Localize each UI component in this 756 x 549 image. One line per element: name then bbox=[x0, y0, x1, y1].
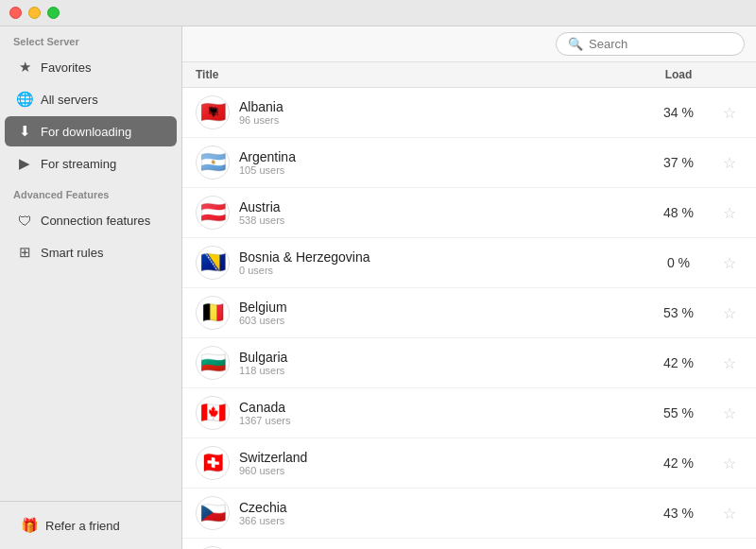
flag-icon: 🇦🇱 bbox=[196, 95, 230, 129]
server-users: 538 users bbox=[239, 214, 641, 226]
grid-icon: ⊞ bbox=[16, 244, 33, 261]
favorite-button[interactable]: ☆ bbox=[716, 254, 743, 272]
server-name: Albania bbox=[239, 99, 641, 114]
sidebar-item-for-streaming[interactable]: ▶ For streaming bbox=[5, 148, 177, 179]
flag-icon: 🇦🇷 bbox=[196, 146, 230, 180]
close-button[interactable] bbox=[9, 7, 22, 19]
stream-icon: ▶ bbox=[16, 155, 33, 172]
server-users: 960 users bbox=[239, 465, 641, 476]
table-row[interactable]: 🇦🇱 Albania 96 users 34 % ☆ bbox=[182, 88, 756, 138]
server-users: 0 users bbox=[239, 265, 641, 276]
server-load: 0 % bbox=[641, 255, 716, 270]
minimize-button[interactable] bbox=[28, 7, 41, 19]
table-row[interactable]: 🇨🇭 Switzerland 960 users 42 % ☆ bbox=[182, 438, 756, 489]
favorite-button[interactable]: ☆ bbox=[716, 154, 743, 172]
search-input[interactable] bbox=[589, 37, 721, 51]
server-load: 48 % bbox=[641, 205, 716, 220]
sidebar-bottom: 🎁 Refer a friend bbox=[0, 501, 181, 549]
sidebar-item-all-servers[interactable]: 🌐 All servers bbox=[5, 84, 177, 114]
favorite-button[interactable]: ☆ bbox=[716, 104, 743, 122]
flag-icon: 🇨🇦 bbox=[196, 396, 230, 430]
server-name: Switzerland bbox=[239, 450, 641, 465]
table-row[interactable]: 🇨🇦 Canada 1367 users 55 % ☆ bbox=[182, 388, 756, 438]
sidebar-item-label: Refer a friend bbox=[45, 519, 120, 533]
table-row[interactable]: 🇧🇪 Belgium 603 users 53 % ☆ bbox=[182, 288, 756, 338]
select-server-label: Select Server bbox=[0, 26, 181, 51]
favorite-button[interactable]: ☆ bbox=[716, 404, 743, 422]
table-row[interactable]: 🇧🇬 Bulgaria 118 users 42 % ☆ bbox=[182, 338, 756, 388]
table-header: Title Load bbox=[182, 62, 756, 88]
sidebar-item-smart-rules[interactable]: ⊞ Smart rules bbox=[5, 237, 177, 267]
server-load: 43 % bbox=[641, 506, 716, 521]
col-title-header: Title bbox=[196, 68, 641, 81]
search-bar: 🔍 bbox=[182, 26, 756, 62]
sidebar-item-favorites[interactable]: ★ Favorites bbox=[5, 52, 177, 82]
server-name: Belgium bbox=[239, 300, 641, 315]
server-users: 96 users bbox=[239, 114, 641, 126]
shield-icon: 🛡 bbox=[16, 212, 33, 229]
server-users: 603 users bbox=[239, 315, 641, 326]
table-row[interactable]: 🇦🇷 Argentina 105 users 37 % ☆ bbox=[182, 138, 756, 188]
sidebar-item-label: Favorites bbox=[41, 60, 91, 75]
server-name: Argentina bbox=[239, 149, 641, 164]
favorite-button[interactable]: ☆ bbox=[716, 304, 743, 322]
fullscreen-button[interactable] bbox=[47, 7, 60, 19]
server-list: 🇦🇱 Albania 96 users 34 % ☆ 🇦🇷 Argentina … bbox=[182, 88, 756, 549]
favorite-button[interactable]: ☆ bbox=[716, 455, 743, 472]
titlebar bbox=[0, 0, 756, 26]
server-load: 42 % bbox=[641, 355, 716, 370]
gift-icon: 🎁 bbox=[21, 517, 38, 534]
star-icon: ★ bbox=[16, 59, 33, 76]
flag-icon: 🇧🇪 bbox=[196, 296, 230, 330]
main-layout: Select Server ★ Favorites 🌐 All servers … bbox=[0, 26, 756, 549]
server-users: 118 users bbox=[239, 365, 641, 376]
globe-icon: 🌐 bbox=[16, 91, 33, 108]
server-name: Czechia bbox=[239, 500, 641, 515]
favorite-button[interactable]: ☆ bbox=[716, 505, 743, 523]
col-load-header: Load bbox=[641, 68, 716, 81]
sidebar-item-refer-friend[interactable]: 🎁 Refer a friend bbox=[9, 510, 172, 540]
server-load: 55 % bbox=[641, 405, 716, 420]
table-row[interactable]: 🇧🇦 Bosnia & Herzegovina 0 users 0 % ☆ bbox=[182, 238, 756, 288]
server-name: Canada bbox=[239, 400, 641, 415]
download-icon: ⬇ bbox=[16, 123, 33, 140]
flag-icon: 🇨🇭 bbox=[196, 446, 230, 480]
sidebar-item-label: For downloading bbox=[41, 125, 131, 139]
server-name: Austria bbox=[239, 199, 641, 214]
server-users: 1367 users bbox=[239, 415, 641, 426]
server-load: 34 % bbox=[641, 105, 716, 120]
sidebar-item-label: For streaming bbox=[41, 157, 116, 171]
advanced-features-label: Advanced Features bbox=[0, 180, 181, 204]
flag-icon: 🇧🇦 bbox=[196, 246, 230, 280]
sidebar-item-label: All servers bbox=[41, 93, 98, 107]
sidebar-item-connection-features[interactable]: 🛡 Connection features bbox=[5, 205, 177, 235]
server-load: 37 % bbox=[641, 155, 716, 170]
server-name: Bosnia & Herzegovina bbox=[239, 249, 641, 265]
sidebar: Select Server ★ Favorites 🌐 All servers … bbox=[0, 26, 182, 549]
sidebar-item-label: Connection features bbox=[41, 214, 150, 228]
table-row[interactable]: 🇦🇹 Austria 538 users 48 % ☆ bbox=[182, 188, 756, 238]
favorite-button[interactable]: ☆ bbox=[716, 354, 743, 372]
flag-icon: 🇨🇿 bbox=[196, 496, 230, 530]
favorite-button[interactable]: ☆ bbox=[716, 204, 743, 222]
search-input-wrap[interactable]: 🔍 bbox=[556, 32, 745, 56]
content-area: 🔍 Title Load 🇦🇱 Albania 96 users 34 % ☆ … bbox=[182, 26, 756, 549]
search-icon: 🔍 bbox=[568, 37, 583, 51]
server-users: 366 users bbox=[239, 515, 641, 526]
sidebar-item-label: Smart rules bbox=[41, 246, 103, 260]
flag-icon: 🇧🇬 bbox=[196, 346, 230, 380]
server-users: 105 users bbox=[239, 164, 641, 176]
table-row[interactable]: 🇨🇿 Czechia 366 users 43 % ☆ bbox=[182, 489, 756, 539]
server-name: Bulgaria bbox=[239, 350, 641, 365]
server-load: 53 % bbox=[641, 305, 716, 320]
flag-icon: 🇦🇹 bbox=[196, 196, 230, 230]
table-row[interactable]: 🇩🇪 Germany 6015 users 54 % ☆ bbox=[182, 539, 756, 549]
server-load: 42 % bbox=[641, 455, 716, 471]
sidebar-item-for-downloading[interactable]: ⬇ For downloading bbox=[5, 116, 177, 146]
